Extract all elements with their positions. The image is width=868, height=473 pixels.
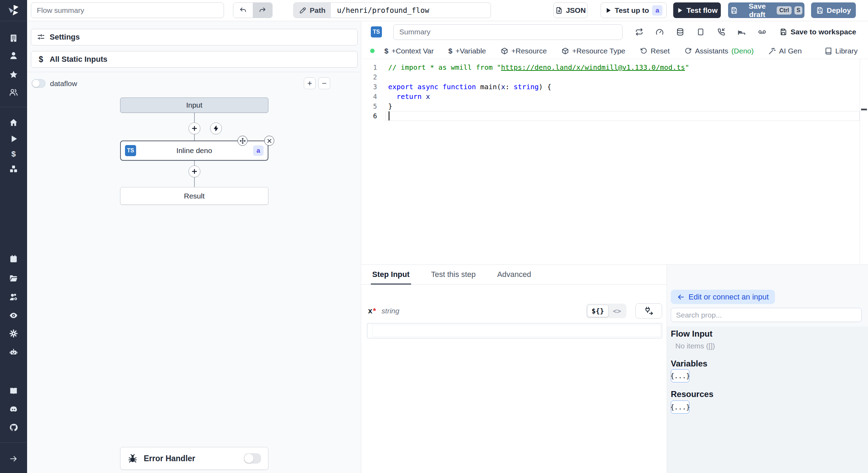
- add-resource-type-button-label: +Resource Type: [572, 47, 625, 55]
- sidebar-item-robot[interactable]: [0, 347, 27, 356]
- variables-object-button[interactable]: {...}: [671, 369, 690, 382]
- sidebar-item-dollar[interactable]: $: [0, 149, 27, 158]
- resources-object-button[interactable]: {...}: [671, 400, 690, 414]
- add-variable-button[interactable]: $+Variable: [448, 47, 486, 55]
- ai-gen-button[interactable]: AI Gen: [768, 47, 802, 55]
- sidebar-item-eye[interactable]: [0, 311, 27, 320]
- add-context-var-button-label: +Context Var: [392, 47, 434, 55]
- library-button[interactable]: Library: [825, 47, 858, 55]
- deploy-button[interactable]: Deploy: [811, 2, 856, 18]
- input-node[interactable]: Input: [120, 98, 268, 113]
- sidebar-item-user[interactable]: [0, 51, 27, 60]
- code-line-1[interactable]: 1// import * as wmill from "https://deno…: [361, 62, 868, 72]
- move-icon: [239, 137, 246, 144]
- search-prop-input[interactable]: [671, 308, 862, 322]
- repeat-icon[interactable]: [635, 28, 643, 36]
- dataflow-toggle[interactable]: [32, 79, 45, 88]
- sidebar-item-book[interactable]: [0, 387, 27, 396]
- sidebar-item-folder-open[interactable]: [0, 274, 27, 283]
- sidebar-item-calendar[interactable]: [0, 254, 27, 263]
- sidebar-item-users-gear[interactable]: [0, 293, 27, 302]
- insert-step-button[interactable]: [189, 166, 200, 177]
- phone-incoming-icon[interactable]: [717, 28, 725, 36]
- connect-input-button[interactable]: [635, 303, 662, 319]
- sidebar-item-github[interactable]: [0, 423, 27, 432]
- tab-step-input[interactable]: Step Input: [372, 265, 410, 284]
- sidebar-item-home[interactable]: [0, 118, 27, 127]
- error-handler-toggle[interactable]: [244, 453, 261, 464]
- kbd-s: S: [794, 6, 802, 15]
- add-resource-type-button[interactable]: +Resource Type: [561, 47, 625, 55]
- gauge-icon[interactable]: [656, 28, 664, 36]
- robot-icon: [9, 347, 18, 356]
- edit-or-connect-button[interactable]: Edit or connect an input: [671, 290, 775, 304]
- arrow-right-icon: [9, 454, 18, 463]
- package-icon: [501, 47, 508, 55]
- result-node[interactable]: Result: [120, 187, 268, 205]
- field-value-input[interactable]: [367, 323, 662, 338]
- code-line-4[interactable]: 4 return x: [361, 92, 868, 101]
- delete-step-button[interactable]: [264, 136, 274, 146]
- template-mode-toggle[interactable]: ${}: [587, 305, 609, 317]
- line-number: 4: [361, 92, 386, 101]
- sidebar-item-play[interactable]: [0, 134, 27, 143]
- reset-button[interactable]: Reset: [640, 47, 670, 55]
- sidebar-item-star[interactable]: [0, 70, 27, 79]
- code-mode-toggle[interactable]: <>: [609, 305, 625, 317]
- path-value: u/henri/profound_flow: [331, 3, 436, 18]
- dollar-icon: $: [384, 47, 389, 55]
- json-button-label: JSON: [566, 6, 586, 15]
- json-button[interactable]: JSON: [553, 2, 587, 18]
- voicemail-icon[interactable]: [758, 28, 766, 36]
- add-resource-button[interactable]: +Resource: [501, 47, 547, 55]
- all-static-inputs-button[interactable]: $ All Static Inputs: [31, 51, 358, 68]
- code-line-2[interactable]: 2: [361, 72, 868, 82]
- undo-button[interactable]: [233, 3, 253, 18]
- code-line-6[interactable]: 6: [361, 111, 868, 121]
- dollar-icon: $: [9, 149, 18, 158]
- add-context-var-button[interactable]: $+Context Var: [384, 47, 434, 55]
- sidebar-item-users[interactable]: [0, 88, 27, 97]
- bed-icon[interactable]: [737, 28, 746, 36]
- insert-step-button[interactable]: [189, 123, 200, 134]
- sidebar-item-gear[interactable]: [0, 329, 27, 338]
- assistants-button[interactable]: Assistants(Deno): [684, 47, 754, 55]
- required-mark: *: [373, 306, 376, 315]
- summary-input[interactable]: [393, 24, 623, 40]
- input-mode-toggle-group: ${} <>: [586, 304, 626, 318]
- code-line-3[interactable]: 3export async function main(x: string) {: [361, 82, 868, 92]
- sidebar-item-arrow-right[interactable]: [0, 454, 27, 463]
- field-name: x: [368, 306, 372, 315]
- windmill-logo-icon[interactable]: [0, 4, 27, 17]
- sidebar-item-discord[interactable]: [0, 405, 27, 414]
- save-to-workspace-button[interactable]: Save to workspace: [779, 28, 856, 36]
- tab-advanced[interactable]: Advanced: [497, 265, 531, 284]
- database-icon[interactable]: [676, 28, 684, 36]
- code-line-5[interactable]: 5}: [361, 101, 868, 111]
- square-icon[interactable]: [696, 28, 705, 36]
- test-flow-button[interactable]: Test flow: [673, 2, 721, 18]
- move-step-handle[interactable]: [237, 136, 248, 146]
- flow-summary-input[interactable]: [31, 2, 224, 18]
- tab-test-this-step[interactable]: Test this step: [431, 265, 476, 284]
- sidebar-divider: [0, 21, 27, 21]
- save-draft-button[interactable]: Save draft CtrlS: [728, 2, 804, 18]
- undo-redo-group: [233, 2, 273, 18]
- code-editor[interactable]: 1// import * as wmill from "https://deno…: [361, 59, 868, 264]
- redo-button[interactable]: [253, 3, 272, 18]
- editor-overview-ruler[interactable]: [860, 59, 868, 264]
- path-editor[interactable]: Path u/henri/profound_flow: [293, 2, 491, 18]
- save-to-workspace-label: Save to workspace: [791, 28, 856, 36]
- flow-settings-button[interactable]: Settings: [31, 29, 358, 45]
- zoom-in-button[interactable]: +: [304, 77, 316, 89]
- zoom-out-button[interactable]: −: [318, 77, 330, 89]
- top-toolbar: Path u/henri/profound_flow JSON Test up …: [27, 0, 868, 21]
- error-handler-node[interactable]: Error Handler: [120, 447, 268, 470]
- connect-input-panel: Edit or connect an input Flow Input No i…: [667, 264, 868, 473]
- trigger-button[interactable]: [210, 123, 222, 134]
- svg-text:$: $: [11, 149, 16, 158]
- step-id-badge: a: [253, 145, 264, 156]
- sidebar-item-boxes[interactable]: [0, 164, 27, 174]
- test-up-to-button[interactable]: Test up to a: [601, 2, 667, 18]
- sidebar-item-building[interactable]: [0, 34, 27, 43]
